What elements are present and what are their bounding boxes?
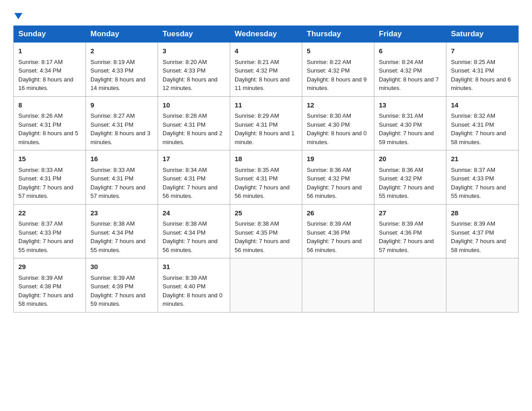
sunrise-label: Sunrise: 8:38 AM	[90, 220, 135, 227]
sunset-label: Sunset: 4:36 PM	[379, 229, 422, 236]
sunset-label: Sunset: 4:30 PM	[379, 121, 422, 128]
logo-triangle-icon	[14, 13, 22, 19]
daylight-label: Daylight: 8 hours and 6 minutes.	[451, 76, 511, 92]
calendar-cell: 6 Sunrise: 8:24 AM Sunset: 4:32 PM Dayli…	[374, 43, 446, 97]
daylight-label: Daylight: 8 hours and 5 minutes.	[18, 130, 78, 146]
sunrise-label: Sunrise: 8:37 AM	[451, 167, 495, 173]
sunset-label: Sunset: 4:32 PM	[307, 67, 350, 74]
day-number: 3	[163, 46, 225, 56]
day-number: 26	[307, 208, 369, 218]
sunset-label: Sunset: 4:31 PM	[163, 121, 206, 128]
sunrise-label: Sunrise: 8:39 AM	[163, 274, 207, 281]
daylight-label: Daylight: 7 hours and 56 minutes.	[163, 184, 218, 200]
daylight-label: Daylight: 8 hours and 14 minutes.	[90, 76, 146, 92]
calendar-cell: 5 Sunrise: 8:22 AM Sunset: 4:32 PM Dayli…	[302, 43, 374, 97]
sunrise-label: Sunrise: 8:38 AM	[235, 220, 279, 227]
calendar-cell: 23 Sunrise: 8:38 AM Sunset: 4:34 PM Dayl…	[86, 204, 158, 258]
daylight-label: Daylight: 7 hours and 55 minutes.	[18, 238, 73, 253]
calendar-cell: 17 Sunrise: 8:34 AM Sunset: 4:31 PM Dayl…	[158, 150, 230, 205]
daylight-label: Daylight: 7 hours and 55 minutes.	[90, 238, 146, 253]
day-number: 16	[90, 154, 153, 164]
calendar-header-row: SundayMondayTuesdayWednesdayThursdayFrid…	[14, 26, 519, 43]
calendar-cell: 8 Sunrise: 8:26 AM Sunset: 4:31 PM Dayli…	[14, 96, 86, 150]
daylight-label: Daylight: 7 hours and 58 minutes.	[451, 130, 506, 146]
sunrise-label: Sunrise: 8:39 AM	[307, 220, 351, 227]
sunrise-label: Sunrise: 8:33 AM	[90, 167, 135, 173]
calendar-cell: 14 Sunrise: 8:32 AM Sunset: 4:31 PM Dayl…	[446, 96, 519, 150]
day-number: 19	[307, 154, 369, 164]
day-number: 22	[18, 208, 81, 218]
sunrise-label: Sunrise: 8:27 AM	[90, 112, 135, 119]
sunset-label: Sunset: 4:40 PM	[163, 283, 206, 290]
sunset-label: Sunset: 4:38 PM	[18, 283, 61, 290]
sunset-label: Sunset: 4:31 PM	[235, 175, 278, 182]
sunrise-label: Sunrise: 8:34 AM	[163, 167, 207, 173]
daylight-label: Daylight: 7 hours and 57 minutes.	[379, 238, 434, 253]
daylight-label: Daylight: 7 hours and 56 minutes.	[163, 238, 218, 253]
calendar-cell: 16 Sunrise: 8:33 AM Sunset: 4:31 PM Dayl…	[86, 150, 158, 205]
sunrise-label: Sunrise: 8:36 AM	[307, 167, 351, 173]
day-number: 4	[235, 46, 297, 56]
daylight-label: Daylight: 7 hours and 57 minutes.	[90, 184, 146, 200]
daylight-label: Daylight: 8 hours and 11 minutes.	[235, 76, 290, 92]
calendar-cell: 19 Sunrise: 8:36 AM Sunset: 4:32 PM Dayl…	[302, 150, 374, 205]
calendar-cell: 29 Sunrise: 8:39 AM Sunset: 4:38 PM Dayl…	[14, 258, 86, 313]
daylight-label: Daylight: 7 hours and 57 minutes.	[18, 184, 73, 200]
sunset-label: Sunset: 4:36 PM	[307, 229, 350, 236]
day-number: 30	[90, 262, 153, 272]
sunset-label: Sunset: 4:32 PM	[379, 67, 422, 74]
day-number: 21	[451, 154, 514, 164]
daylight-label: Daylight: 7 hours and 59 minutes.	[379, 130, 434, 146]
day-number: 5	[307, 46, 369, 56]
sunset-label: Sunset: 4:32 PM	[235, 67, 278, 74]
sunset-label: Sunset: 4:39 PM	[90, 283, 133, 290]
calendar-cell: 25 Sunrise: 8:38 AM Sunset: 4:35 PM Dayl…	[230, 204, 302, 258]
sunrise-label: Sunrise: 8:33 AM	[18, 167, 63, 173]
day-number: 1	[18, 46, 81, 56]
sunset-label: Sunset: 4:34 PM	[163, 229, 206, 236]
calendar-cell	[302, 258, 374, 313]
calendar-cell: 18 Sunrise: 8:35 AM Sunset: 4:31 PM Dayl…	[230, 150, 302, 205]
header-monday: Monday	[86, 26, 158, 43]
daylight-label: Daylight: 7 hours and 56 minutes.	[235, 238, 290, 253]
sunrise-label: Sunrise: 8:20 AM	[163, 59, 207, 65]
logo-general-row	[13, 11, 22, 21]
sunrise-label: Sunrise: 8:36 AM	[379, 167, 423, 173]
day-number: 14	[451, 100, 514, 111]
calendar-cell: 31 Sunrise: 8:39 AM Sunset: 4:40 PM Dayl…	[158, 258, 230, 313]
sunset-label: Sunset: 4:31 PM	[90, 121, 133, 128]
calendar-table: SundayMondayTuesdayWednesdayThursdayFrid…	[13, 26, 519, 313]
sunset-label: Sunset: 4:32 PM	[379, 175, 422, 182]
week-row-5: 29 Sunrise: 8:39 AM Sunset: 4:38 PM Dayl…	[14, 258, 519, 313]
sunset-label: Sunset: 4:33 PM	[163, 67, 206, 74]
daylight-label: Daylight: 8 hours and 2 minutes.	[163, 130, 223, 146]
sunrise-label: Sunrise: 8:39 AM	[451, 220, 495, 227]
calendar-cell: 4 Sunrise: 8:21 AM Sunset: 4:32 PM Dayli…	[230, 43, 302, 97]
daylight-label: Daylight: 7 hours and 56 minutes.	[235, 184, 290, 200]
daylight-label: Daylight: 8 hours and 7 minutes.	[379, 76, 439, 92]
day-number: 23	[90, 208, 153, 218]
sunrise-label: Sunrise: 8:39 AM	[18, 274, 63, 281]
daylight-label: Daylight: 7 hours and 58 minutes.	[451, 238, 506, 253]
calendar-cell: 12 Sunrise: 8:30 AM Sunset: 4:30 PM Dayl…	[302, 96, 374, 150]
sunrise-label: Sunrise: 8:30 AM	[307, 112, 351, 119]
sunrise-label: Sunrise: 8:22 AM	[307, 59, 351, 65]
day-number: 11	[235, 100, 297, 111]
calendar-cell	[446, 258, 519, 313]
sunrise-label: Sunrise: 8:25 AM	[451, 59, 495, 65]
daylight-label: Daylight: 7 hours and 55 minutes.	[379, 184, 434, 200]
calendar-cell: 9 Sunrise: 8:27 AM Sunset: 4:31 PM Dayli…	[86, 96, 158, 150]
sunset-label: Sunset: 4:32 PM	[307, 175, 350, 182]
day-number: 12	[307, 100, 369, 111]
week-row-4: 22 Sunrise: 8:37 AM Sunset: 4:33 PM Dayl…	[14, 204, 519, 258]
day-number: 2	[90, 46, 153, 56]
calendar-cell: 10 Sunrise: 8:28 AM Sunset: 4:31 PM Dayl…	[158, 96, 230, 150]
calendar-cell: 26 Sunrise: 8:39 AM Sunset: 4:36 PM Dayl…	[302, 204, 374, 258]
daylight-label: Daylight: 7 hours and 56 minutes.	[307, 184, 362, 200]
header-tuesday: Tuesday	[158, 26, 230, 43]
calendar-cell: 24 Sunrise: 8:38 AM Sunset: 4:34 PM Dayl…	[158, 204, 230, 258]
calendar-cell: 1 Sunrise: 8:17 AM Sunset: 4:34 PM Dayli…	[14, 43, 86, 97]
sunrise-label: Sunrise: 8:24 AM	[379, 59, 423, 65]
day-number: 7	[451, 46, 514, 56]
daylight-label: Daylight: 8 hours and 0 minutes.	[163, 292, 223, 308]
